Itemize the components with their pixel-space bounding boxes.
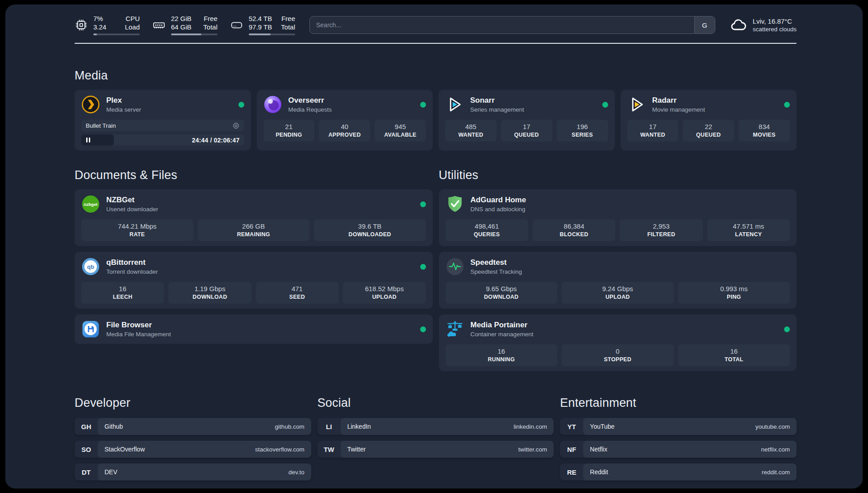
app-subtitle: Container management [471, 331, 534, 338]
bookmark-sections: Developer GH Github github.com SO StackO… [75, 396, 797, 480]
overseerr-icon [263, 95, 282, 114]
stat-value: 485 [447, 123, 495, 130]
stat-label: BLOCKED [534, 231, 613, 238]
bookmark-reddit[interactable]: RE Reddit reddit.com [560, 464, 797, 480]
bookmark-abbr: LI [317, 418, 341, 435]
stat-value: 16 [447, 347, 556, 355]
bookmark-name: Github [104, 423, 123, 430]
stat-box: 86,384 BLOCKED [533, 219, 615, 241]
app-card-radarr[interactable]: Radarr Movie management 17 WANTED 22 QUE… [621, 90, 797, 150]
stat-value-top: 52.4 TB [249, 15, 272, 23]
bookmark-github[interactable]: GH Github github.com [75, 418, 311, 435]
bookmark-abbr: YT [560, 418, 583, 435]
top-bar: 7% 3.24 CPU Load 22 GiB 64 GiB [75, 13, 797, 37]
svg-text:qb: qb [87, 263, 94, 270]
bookmark-youtube[interactable]: YT YouTube youtube.com [560, 418, 797, 435]
bookmark-twitter[interactable]: TW Twitter twitter.com [317, 441, 554, 458]
stat-box: 618.52 Mbps UPLOAD [343, 282, 426, 304]
stat-value: 498,461 [447, 222, 526, 230]
playback-session-icon [232, 122, 240, 130]
app-card-adguard-home[interactable]: AdGuard Home DNS and adblocking 498,461 … [439, 189, 797, 246]
playback-elapsed-fill [81, 134, 114, 146]
bookmark-stackoverflow[interactable]: SO StackOverflow stackoverflow.com [75, 441, 311, 458]
stat-label-top: Free [203, 15, 217, 23]
speedtest-icon [446, 257, 464, 276]
stat-box: 1.19 Gbps DOWNLOAD [168, 282, 251, 304]
stat-label: DOWNLOAD [170, 294, 249, 300]
stat-label: WANTED [629, 132, 677, 138]
plex-icon [81, 95, 100, 114]
stat-value-top: 22 GiB [171, 15, 192, 23]
cpu-icon [75, 18, 88, 32]
stat-value: 39.6 TB [316, 222, 424, 230]
bookmark-abbr: DT [75, 464, 98, 480]
app-card-file-browser[interactable]: File Browser Media File Management [75, 314, 433, 344]
bookmark-url: netflix.com [761, 446, 790, 453]
bookmark-url: stackoverflow.com [255, 446, 304, 453]
stat-box: 16 LEECH [81, 282, 164, 304]
portainer-icon [446, 320, 464, 338]
app-title: Overseerr [288, 96, 332, 105]
stat-value: 22 [684, 123, 732, 130]
bookmark-abbr: GH [75, 418, 98, 435]
app-title: File Browser [106, 321, 171, 330]
app-card-media-portainer[interactable]: Media Portainer Container management 16 … [439, 314, 797, 371]
stat-value-bottom: 3.24 [93, 23, 106, 32]
app-card-speedtest[interactable]: Speedtest Speedtest Tracking 9.65 Gbps D… [439, 252, 797, 309]
app-title: NZBGet [106, 196, 158, 205]
stat-label-bottom: Load [125, 23, 140, 32]
cloud-icon [730, 16, 747, 34]
system-stats: 7% 3.24 CPU Load 22 GiB 64 GiB [75, 15, 295, 36]
section-utilities: Utilities AdGuard Home DNS and adblockin… [439, 168, 797, 371]
bookmark-netflix[interactable]: NF Netflix netflix.com [560, 441, 797, 458]
disk-icon [230, 18, 243, 32]
stat-box: 945 AVAILABLE [375, 120, 426, 142]
stat-box: 2,953 FILTERED [620, 219, 702, 241]
bookmark-url: linkedin.com [513, 423, 547, 430]
stat-label: DOWNLOAD [447, 294, 556, 300]
stat-label: UPLOAD [345, 294, 424, 300]
stat-value: 17 [503, 123, 551, 130]
system-stat-storage: 52.4 TB 97.9 TB Free Total [230, 15, 295, 36]
stat-value: 744.21 Mbps [83, 222, 192, 230]
now-playing-row: Bullet Train [81, 120, 244, 131]
bookmark-url: dev.to [288, 469, 305, 476]
stat-box: 9.65 Gbps DOWNLOAD [446, 282, 558, 304]
bookmark-url: twitter.com [518, 446, 547, 453]
app-card-nzbget[interactable]: nzbget NZBGet Usenet downloader 744.21 M… [75, 189, 433, 246]
stat-value: 21 [265, 123, 313, 130]
app-card-overseerr[interactable]: Overseerr Media Requests 21 PENDING 40 A… [257, 90, 433, 150]
bookmark-linkedin[interactable]: LI LinkedIn linkedin.com [317, 418, 554, 435]
stat-value-bottom: 97.9 TB [249, 23, 272, 32]
app-subtitle: Media File Management [106, 331, 171, 338]
usage-bar [93, 33, 140, 35]
search-engine-button[interactable]: G [694, 17, 715, 33]
stat-value: 16 [83, 285, 162, 292]
bookmark-name: Reddit [590, 468, 608, 476]
app-subtitle: Series management [470, 106, 524, 113]
section-media: Media Plex Media server [75, 69, 797, 150]
stat-box: 196 SERIES [557, 120, 608, 142]
bookmark-group-social: Social LI LinkedIn linkedin.com TW Twitt… [317, 396, 554, 480]
app-subtitle: DNS and adblocking [471, 206, 526, 213]
app-subtitle: Media Requests [288, 106, 332, 113]
stat-value: 9.65 Gbps [447, 285, 556, 292]
bookmark-url: youtube.com [755, 423, 790, 430]
search-input[interactable] [309, 16, 715, 34]
app-card-plex[interactable]: Plex Media server Bullet Train [75, 90, 251, 150]
stat-label-bottom: Total [281, 23, 295, 32]
app-title: Radarr [652, 96, 705, 105]
bookmark-url: reddit.com [762, 469, 790, 476]
bookmark-dev[interactable]: DT DEV dev.to [75, 464, 311, 480]
stat-box: 498,461 QUERIES [446, 219, 528, 241]
app-subtitle: Speedtest Tracking [471, 268, 522, 275]
stat-value: 0.993 ms [680, 285, 789, 292]
stat-box: 0 STOPPED [562, 344, 674, 366]
section-title-entertainment: Entertainment [560, 396, 797, 410]
stat-label: TOTAL [680, 356, 789, 363]
playback-progress-bar: 24:44 / 02:06:47 [81, 134, 244, 146]
weather-widget: Lviv, 16.87°C scattered clouds [730, 16, 797, 34]
stat-value: 9.24 Gbps [563, 285, 672, 292]
app-card-sonarr[interactable]: Sonarr Series management 485 WANTED 17 Q… [438, 90, 615, 150]
app-card-qbittorrent[interactable]: qb qBittorrent Torrent downloader 16 LEE… [75, 252, 433, 309]
